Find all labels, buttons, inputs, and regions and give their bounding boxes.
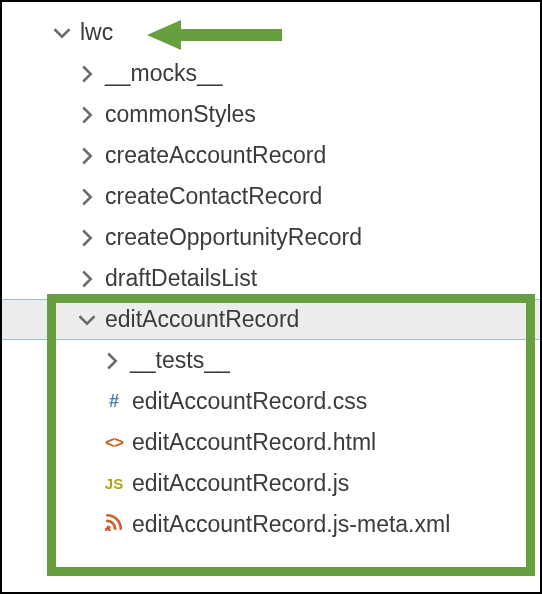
tree-folder-draftDetailsList[interactable]: draftDetailsList	[2, 258, 540, 299]
folder-label: draftDetailsList	[105, 265, 257, 292]
tree-file-editAccountRecord.js-meta.xml[interactable]: editAccountRecord.js-meta.xml	[2, 504, 540, 545]
tree-folder-createAccountRecord[interactable]: createAccountRecord	[2, 135, 540, 176]
folder-label: createAccountRecord	[105, 142, 326, 169]
chevron-right-icon	[102, 351, 122, 371]
folder-label: lwc	[80, 19, 113, 46]
tree-folder-commonStyles[interactable]: commonStyles	[2, 94, 540, 135]
file-type-icon: #	[102, 391, 126, 412]
folder-label: editAccountRecord	[105, 306, 299, 333]
chevron-right-icon	[77, 146, 97, 166]
tree-file-editAccountRecord.html[interactable]: <>editAccountRecord.html	[2, 422, 540, 463]
chevron-right-icon	[77, 228, 97, 248]
folder-label: __tests__	[130, 347, 230, 374]
tree-folder-lwc[interactable]: lwc	[2, 12, 540, 53]
file-label: editAccountRecord.css	[132, 388, 367, 415]
chevron-right-icon	[77, 105, 97, 125]
chevron-right-icon	[77, 187, 97, 207]
tree-file-editAccountRecord.js[interactable]: JSeditAccountRecord.js	[2, 463, 540, 504]
file-explorer-screenshot: lwc __mocks__commonStylescreateAccountRe…	[0, 0, 542, 594]
file-type-icon: <>	[102, 433, 126, 453]
file-type-icon	[102, 513, 126, 536]
folder-label: createOpportunityRecord	[105, 224, 362, 251]
tree-folder-__mocks__[interactable]: __mocks__	[2, 53, 540, 94]
chevron-right-icon	[77, 269, 97, 289]
folder-label: createContactRecord	[105, 183, 322, 210]
folder-label: commonStyles	[105, 101, 256, 128]
file-tree: lwc __mocks__commonStylescreateAccountRe…	[2, 2, 540, 545]
tree-file-editAccountRecord.css[interactable]: #editAccountRecord.css	[2, 381, 540, 422]
chevron-down-icon	[52, 23, 72, 43]
svg-point-0	[107, 525, 111, 529]
file-label: editAccountRecord.js-meta.xml	[132, 511, 450, 538]
chevron-right-icon	[77, 64, 97, 84]
file-label: editAccountRecord.html	[132, 429, 376, 456]
file-type-icon: JS	[102, 475, 126, 492]
chevron-down-icon	[77, 310, 97, 330]
tree-folder-editAccountRecord[interactable]: editAccountRecord	[2, 299, 540, 340]
tree-folder-createOpportunityRecord[interactable]: createOpportunityRecord	[2, 217, 540, 258]
tree-folder-createContactRecord[interactable]: createContactRecord	[2, 176, 540, 217]
tree-folder-tests[interactable]: __tests__	[2, 340, 540, 381]
folder-label: __mocks__	[105, 60, 223, 87]
file-label: editAccountRecord.js	[132, 470, 349, 497]
